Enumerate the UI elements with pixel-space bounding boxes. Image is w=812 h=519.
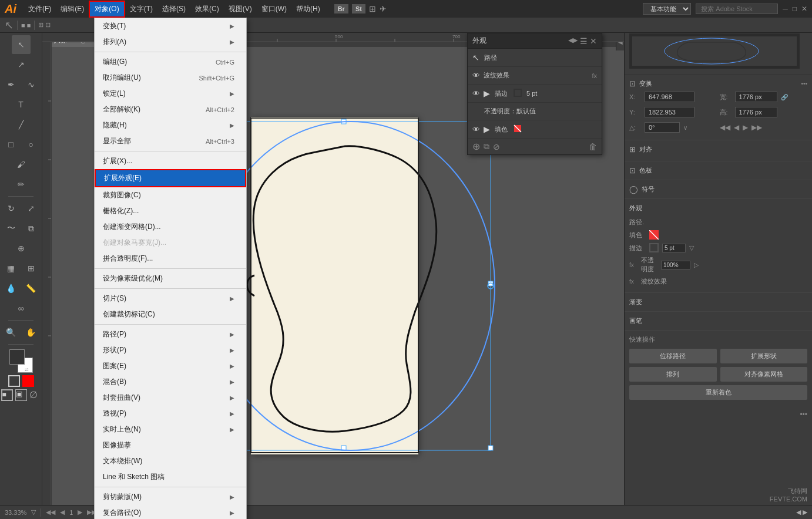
gradient-tool[interactable]: ▦	[2, 259, 21, 278]
recolor-btn[interactable]: 重新着色	[629, 385, 807, 400]
dm-live-paint[interactable]: 实时上色(N) ▶	[95, 422, 246, 437]
dm-expand-appearance[interactable]: 扩展外观(E)	[95, 169, 246, 187]
offset-path-btn[interactable]: 位移路径	[629, 349, 717, 363]
transform-more-icon[interactable]: •••	[801, 80, 807, 87]
angle-value-input[interactable]	[645, 122, 680, 133]
add-item-icon[interactable]: ⊕	[472, 141, 480, 152]
zoom-dropdown-icon[interactable]: ▽	[31, 508, 36, 516]
expand-shape-btn[interactable]: 扩展形状	[720, 349, 808, 363]
menu-window[interactable]: 窗口(W)	[257, 2, 291, 16]
w-value-input[interactable]	[735, 92, 777, 102]
gradient-mode-icon[interactable]: ▣	[15, 389, 27, 401]
dm-flatten-image[interactable]: 裁剪图像(C)	[95, 187, 246, 203]
right-stroke-color-swatch[interactable]	[649, 243, 659, 252]
eyedropper-tool[interactable]: 💧	[2, 279, 21, 298]
appearance-wave-row[interactable]: 👁 波纹效果 fx	[472, 69, 597, 82]
delete-item-icon[interactable]: 🗑	[589, 142, 597, 151]
zoom-tool[interactable]: 🔍	[2, 323, 21, 342]
dm-group[interactable]: 编组(G) Ctrl+G	[95, 54, 246, 70]
search-input[interactable]	[696, 4, 778, 14]
prev-artboard-icon[interactable]: ◀◀	[46, 508, 55, 516]
right-opacity-input[interactable]	[661, 261, 690, 269]
rotate-tool[interactable]: ↻	[2, 199, 21, 218]
canvas-move-right-icon[interactable]: ▶	[803, 508, 807, 515]
scale-tool[interactable]: ⤢	[22, 199, 41, 218]
canvas-move-left-icon[interactable]: ◀	[796, 508, 801, 515]
pencil-tool[interactable]: ✏	[12, 175, 31, 194]
pen-tool[interactable]: ✒	[2, 75, 21, 94]
clear-appearance-icon[interactable]: ⊘	[493, 142, 500, 151]
right-fill-color-swatch[interactable]	[649, 230, 659, 240]
dm-hide[interactable]: 隐藏(H) ▶	[95, 117, 246, 133]
dm-compound-path[interactable]: 复合路径(O) ▶	[95, 505, 246, 519]
free-transform[interactable]: ⧉	[22, 219, 41, 238]
opacity-dropdown-icon[interactable]: ▷	[694, 261, 699, 269]
swap-colors-icon[interactable]: ⇌	[25, 367, 31, 373]
dm-rasterize[interactable]: 栅格化(Z)...	[95, 203, 246, 219]
type-tool[interactable]: T	[12, 95, 31, 114]
more-options-icon[interactable]: •••	[800, 410, 807, 419]
curvature-tool[interactable]: ∿	[22, 75, 41, 94]
menu-help[interactable]: 帮助(H)	[291, 2, 325, 16]
fill-none-icon[interactable]	[8, 375, 20, 387]
select-tool[interactable]: ↖	[12, 35, 31, 54]
menu-text[interactable]: 文字(T)	[125, 2, 157, 16]
arrange-btn[interactable]: 排列	[629, 367, 717, 382]
dm-slice[interactable]: 切片(S) ▶	[95, 291, 246, 306]
menu-select[interactable]: 选择(S)	[157, 2, 190, 16]
rectangle-tool[interactable]: □	[2, 135, 21, 154]
dm-flatten-transparency[interactable]: 拼合透明度(F)...	[95, 251, 246, 267]
minimize-btn[interactable]: ─	[783, 5, 788, 13]
duplicate-item-icon[interactable]: ⧉	[484, 141, 489, 151]
next-frame-status-icon[interactable]: ▶	[78, 508, 82, 516]
stroke-chevron-icon[interactable]: ▶	[484, 89, 490, 98]
right-stroke-value-input[interactable]	[662, 244, 686, 252]
dm-perspective[interactable]: 透视(P) ▶	[95, 406, 246, 422]
paintbrush-tool[interactable]: 🖌	[12, 155, 31, 174]
appearance-stroke-row[interactable]: 👁 ▶ 描边 5 pt	[472, 87, 597, 100]
dm-text-wrap[interactable]: 文本绕排(W)	[95, 453, 246, 469]
stroke-eye-icon[interactable]: 👁	[472, 89, 480, 98]
menu-edit[interactable]: 编辑(E)	[56, 2, 89, 16]
none-mode-icon[interactable]: ∅	[29, 389, 41, 401]
mesh-tool[interactable]: ⊞	[22, 259, 41, 278]
appearance-fill-row[interactable]: 👁 ▶ 填色	[472, 123, 597, 136]
dm-path[interactable]: 路径(P) ▶	[95, 326, 246, 342]
dm-create-gradient-mesh[interactable]: 创建渐变网格(D)...	[95, 219, 246, 235]
dm-clipping-mask[interactable]: 剪切蒙版(M) ▶	[95, 489, 246, 505]
dm-transform[interactable]: 变换(T) ▶	[95, 18, 246, 34]
fill-eye-icon[interactable]: 👁	[472, 125, 480, 134]
dm-create-trim[interactable]: 创建裁切标记(C)	[95, 306, 246, 322]
dm-lock[interactable]: 锁定(L) ▶	[95, 86, 246, 102]
dm-show-all[interactable]: 显示全部 Alt+Ctrl+3	[95, 133, 246, 149]
dm-ungroup[interactable]: 取消编组(U) Shift+Ctrl+G	[95, 70, 246, 86]
dm-arrange[interactable]: 排列(A) ▶	[95, 34, 246, 50]
menu-effect[interactable]: 效果(C)	[190, 2, 224, 16]
color-mode-icon[interactable]: ■	[1, 389, 13, 401]
dm-pattern[interactable]: 图案(E) ▶	[95, 358, 246, 374]
menu-view[interactable]: 视图(V)	[224, 2, 257, 16]
panel-menu-icon[interactable]: ☰	[580, 36, 588, 46]
x-value-input[interactable]	[645, 92, 694, 102]
measure-tool[interactable]: 📏	[22, 279, 41, 298]
panel-close-icon[interactable]: ✕	[590, 36, 597, 46]
dm-shape[interactable]: 形状(P) ▶	[95, 342, 246, 358]
maximize-btn[interactable]: □	[793, 5, 797, 13]
line-tool[interactable]: ╱	[12, 115, 31, 134]
fill-color-icon[interactable]	[22, 375, 34, 387]
expand-icon[interactable]: ◀▶	[568, 36, 578, 46]
ellipse-tool[interactable]: ○	[22, 135, 41, 154]
menu-object[interactable]: 对象(O)	[89, 1, 125, 18]
prev-frame-status-icon[interactable]: ◀	[60, 508, 65, 516]
angle-more-icon[interactable]: ∨	[683, 124, 687, 131]
align-pixel-btn[interactable]: 对齐像素网格	[720, 367, 808, 382]
eye-icon[interactable]: 👁	[472, 71, 480, 80]
h-value-input[interactable]	[735, 107, 777, 117]
menu-file[interactable]: 文件(F)	[24, 2, 56, 16]
dm-image-trace[interactable]: 图像描摹	[95, 437, 246, 453]
close-btn[interactable]: ✕	[801, 5, 807, 13]
prev-icon[interactable]: ◀	[734, 123, 739, 132]
warp-tool[interactable]: 〜	[2, 219, 21, 238]
dm-blend[interactable]: 混合(B) ▶	[95, 374, 246, 390]
y-value-input[interactable]	[645, 107, 694, 117]
